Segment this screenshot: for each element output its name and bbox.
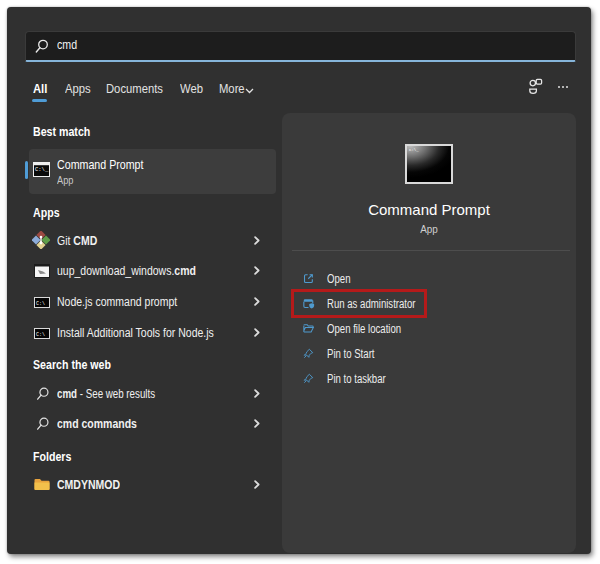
svg-text:C:\: C:\	[36, 332, 45, 338]
svg-text:C:\: C:\	[36, 301, 45, 307]
svg-text:C:\_: C:\_	[35, 166, 49, 173]
